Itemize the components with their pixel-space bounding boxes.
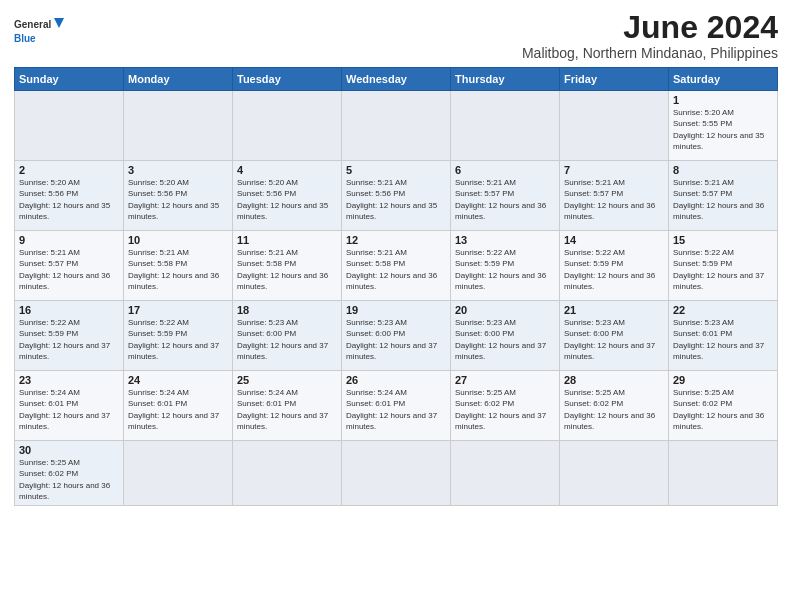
calendar-week-row: 30Sunrise: 5:25 AM Sunset: 6:02 PM Dayli…	[15, 441, 778, 506]
calendar-cell: 2Sunrise: 5:20 AM Sunset: 5:56 PM Daylig…	[15, 161, 124, 231]
day-info: Sunrise: 5:20 AM Sunset: 5:55 PM Dayligh…	[673, 107, 773, 152]
day-info: Sunrise: 5:25 AM Sunset: 6:02 PM Dayligh…	[673, 387, 773, 432]
calendar-cell: 30Sunrise: 5:25 AM Sunset: 6:02 PM Dayli…	[15, 441, 124, 506]
day-info: Sunrise: 5:22 AM Sunset: 5:59 PM Dayligh…	[455, 247, 555, 292]
calendar-cell: 29Sunrise: 5:25 AM Sunset: 6:02 PM Dayli…	[669, 371, 778, 441]
day-number: 2	[19, 164, 119, 176]
col-friday: Friday	[560, 68, 669, 91]
title-block: June 2024 Malitbog, Northern Mindanao, P…	[522, 10, 778, 61]
col-wednesday: Wednesday	[342, 68, 451, 91]
day-number: 26	[346, 374, 446, 386]
calendar-cell: 15Sunrise: 5:22 AM Sunset: 5:59 PM Dayli…	[669, 231, 778, 301]
svg-text:Blue: Blue	[14, 33, 36, 44]
calendar-cell: 14Sunrise: 5:22 AM Sunset: 5:59 PM Dayli…	[560, 231, 669, 301]
day-number: 7	[564, 164, 664, 176]
col-sunday: Sunday	[15, 68, 124, 91]
day-info: Sunrise: 5:23 AM Sunset: 6:00 PM Dayligh…	[346, 317, 446, 362]
day-number: 15	[673, 234, 773, 246]
day-number: 4	[237, 164, 337, 176]
calendar-cell	[15, 91, 124, 161]
calendar-cell: 22Sunrise: 5:23 AM Sunset: 6:01 PM Dayli…	[669, 301, 778, 371]
calendar-cell: 27Sunrise: 5:25 AM Sunset: 6:02 PM Dayli…	[451, 371, 560, 441]
day-number: 30	[19, 444, 119, 456]
day-info: Sunrise: 5:24 AM Sunset: 6:01 PM Dayligh…	[237, 387, 337, 432]
day-info: Sunrise: 5:25 AM Sunset: 6:02 PM Dayligh…	[564, 387, 664, 432]
day-number: 21	[564, 304, 664, 316]
day-number: 10	[128, 234, 228, 246]
day-number: 27	[455, 374, 555, 386]
day-number: 18	[237, 304, 337, 316]
calendar-cell: 6Sunrise: 5:21 AM Sunset: 5:57 PM Daylig…	[451, 161, 560, 231]
day-number: 6	[455, 164, 555, 176]
svg-text:General: General	[14, 19, 51, 30]
day-number: 16	[19, 304, 119, 316]
day-number: 9	[19, 234, 119, 246]
day-number: 28	[564, 374, 664, 386]
col-thursday: Thursday	[451, 68, 560, 91]
calendar-cell	[451, 441, 560, 506]
calendar-cell	[124, 441, 233, 506]
day-info: Sunrise: 5:24 AM Sunset: 6:01 PM Dayligh…	[19, 387, 119, 432]
col-tuesday: Tuesday	[233, 68, 342, 91]
day-info: Sunrise: 5:21 AM Sunset: 5:57 PM Dayligh…	[564, 177, 664, 222]
day-info: Sunrise: 5:25 AM Sunset: 6:02 PM Dayligh…	[19, 457, 119, 502]
calendar-page: General Blue June 2024 Malitbog, Norther…	[0, 0, 792, 516]
day-info: Sunrise: 5:22 AM Sunset: 5:59 PM Dayligh…	[564, 247, 664, 292]
calendar-cell	[342, 441, 451, 506]
calendar-subtitle: Malitbog, Northern Mindanao, Philippines	[522, 45, 778, 61]
calendar-cell: 8Sunrise: 5:21 AM Sunset: 5:57 PM Daylig…	[669, 161, 778, 231]
day-info: Sunrise: 5:23 AM Sunset: 6:00 PM Dayligh…	[237, 317, 337, 362]
calendar-cell	[342, 91, 451, 161]
day-number: 24	[128, 374, 228, 386]
col-saturday: Saturday	[669, 68, 778, 91]
day-info: Sunrise: 5:21 AM Sunset: 5:56 PM Dayligh…	[346, 177, 446, 222]
day-number: 20	[455, 304, 555, 316]
calendar-cell: 25Sunrise: 5:24 AM Sunset: 6:01 PM Dayli…	[233, 371, 342, 441]
calendar-week-row: 2Sunrise: 5:20 AM Sunset: 5:56 PM Daylig…	[15, 161, 778, 231]
calendar-cell: 18Sunrise: 5:23 AM Sunset: 6:00 PM Dayli…	[233, 301, 342, 371]
logo-svg: General Blue	[14, 14, 64, 50]
day-info: Sunrise: 5:20 AM Sunset: 5:56 PM Dayligh…	[237, 177, 337, 222]
col-monday: Monday	[124, 68, 233, 91]
day-number: 1	[673, 94, 773, 106]
day-number: 8	[673, 164, 773, 176]
header-row: Sunday Monday Tuesday Wednesday Thursday…	[15, 68, 778, 91]
day-info: Sunrise: 5:22 AM Sunset: 5:59 PM Dayligh…	[128, 317, 228, 362]
calendar-cell: 10Sunrise: 5:21 AM Sunset: 5:58 PM Dayli…	[124, 231, 233, 301]
day-info: Sunrise: 5:21 AM Sunset: 5:58 PM Dayligh…	[128, 247, 228, 292]
day-number: 5	[346, 164, 446, 176]
day-info: Sunrise: 5:20 AM Sunset: 5:56 PM Dayligh…	[128, 177, 228, 222]
day-info: Sunrise: 5:21 AM Sunset: 5:57 PM Dayligh…	[455, 177, 555, 222]
calendar-cell: 12Sunrise: 5:21 AM Sunset: 5:58 PM Dayli…	[342, 231, 451, 301]
calendar-cell: 11Sunrise: 5:21 AM Sunset: 5:58 PM Dayli…	[233, 231, 342, 301]
day-info: Sunrise: 5:24 AM Sunset: 6:01 PM Dayligh…	[346, 387, 446, 432]
calendar-cell: 9Sunrise: 5:21 AM Sunset: 5:57 PM Daylig…	[15, 231, 124, 301]
calendar-cell: 24Sunrise: 5:24 AM Sunset: 6:01 PM Dayli…	[124, 371, 233, 441]
day-info: Sunrise: 5:21 AM Sunset: 5:58 PM Dayligh…	[237, 247, 337, 292]
calendar-cell	[669, 441, 778, 506]
calendar-cell	[233, 441, 342, 506]
day-info: Sunrise: 5:21 AM Sunset: 5:57 PM Dayligh…	[19, 247, 119, 292]
calendar-cell: 7Sunrise: 5:21 AM Sunset: 5:57 PM Daylig…	[560, 161, 669, 231]
day-number: 12	[346, 234, 446, 246]
calendar-cell: 20Sunrise: 5:23 AM Sunset: 6:00 PM Dayli…	[451, 301, 560, 371]
calendar-cell	[233, 91, 342, 161]
calendar-cell: 28Sunrise: 5:25 AM Sunset: 6:02 PM Dayli…	[560, 371, 669, 441]
day-number: 23	[19, 374, 119, 386]
day-info: Sunrise: 5:22 AM Sunset: 5:59 PM Dayligh…	[673, 247, 773, 292]
calendar-week-row: 9Sunrise: 5:21 AM Sunset: 5:57 PM Daylig…	[15, 231, 778, 301]
calendar-cell	[451, 91, 560, 161]
calendar-cell: 3Sunrise: 5:20 AM Sunset: 5:56 PM Daylig…	[124, 161, 233, 231]
calendar-week-row: 16Sunrise: 5:22 AM Sunset: 5:59 PM Dayli…	[15, 301, 778, 371]
calendar-cell: 21Sunrise: 5:23 AM Sunset: 6:00 PM Dayli…	[560, 301, 669, 371]
day-number: 11	[237, 234, 337, 246]
header: General Blue June 2024 Malitbog, Norther…	[14, 10, 778, 61]
day-number: 17	[128, 304, 228, 316]
calendar-cell: 19Sunrise: 5:23 AM Sunset: 6:00 PM Dayli…	[342, 301, 451, 371]
calendar-cell: 17Sunrise: 5:22 AM Sunset: 5:59 PM Dayli…	[124, 301, 233, 371]
day-info: Sunrise: 5:20 AM Sunset: 5:56 PM Dayligh…	[19, 177, 119, 222]
calendar-cell	[560, 441, 669, 506]
calendar-body: 1Sunrise: 5:20 AM Sunset: 5:55 PM Daylig…	[15, 91, 778, 506]
calendar-table: Sunday Monday Tuesday Wednesday Thursday…	[14, 67, 778, 506]
calendar-title: June 2024	[522, 10, 778, 45]
